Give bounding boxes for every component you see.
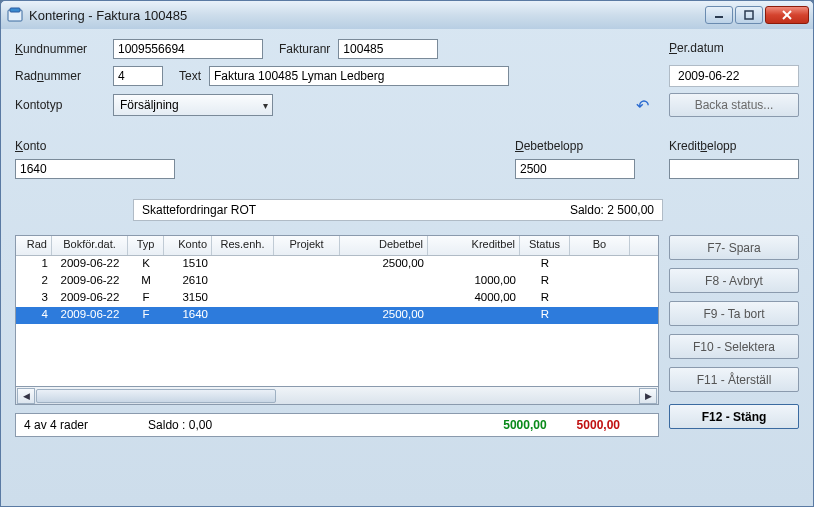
footer-sum-debet: 5000,00: [503, 418, 546, 432]
table-row[interactable]: 22009-06-22M26101000,00R: [16, 273, 658, 290]
cell: [340, 273, 428, 290]
label-kundnummer: Kundnummer: [15, 42, 105, 56]
svg-rect-1: [10, 8, 20, 12]
cell: 4000,00: [428, 290, 520, 307]
cell: 2009-06-22: [52, 307, 128, 324]
window-title: Kontering - Faktura 100485: [29, 8, 187, 23]
cell: F: [128, 307, 164, 324]
app-icon: [7, 7, 23, 23]
table-row[interactable]: 32009-06-22F31504000,00R: [16, 290, 658, 307]
cell: R: [520, 256, 570, 273]
label-konto: Konto: [15, 139, 175, 153]
cell: 3: [16, 290, 52, 307]
close-button[interactable]: [765, 6, 809, 24]
cell: M: [128, 273, 164, 290]
cell: [570, 290, 630, 307]
col-kreditbel[interactable]: Kreditbel: [428, 236, 520, 255]
col-resenh[interactable]: Res.enh.: [212, 236, 274, 255]
scroll-thumb[interactable]: [36, 389, 276, 403]
label-perdatum: Per.datum: [669, 41, 799, 55]
grid-footer: 4 av 4 rader Saldo : 0,00 5000,00 5000,0…: [15, 413, 659, 437]
cell: 2009-06-22: [52, 256, 128, 273]
radnummer-input[interactable]: [113, 66, 163, 86]
kontotyp-combo[interactable]: Försäljning: [113, 94, 273, 116]
cell: [212, 307, 274, 324]
cell: [212, 273, 274, 290]
cell: 2500,00: [340, 256, 428, 273]
cell: [428, 307, 520, 324]
konto-input[interactable]: [15, 159, 175, 179]
f11-aterstall-button[interactable]: F11 - Återställ: [669, 367, 799, 392]
footer-saldo: Saldo : 0,00: [148, 418, 212, 432]
konto-name: Skattefordringar ROT: [142, 203, 256, 217]
window: Kontering - Faktura 100485 Kundnummer Fa…: [0, 0, 814, 507]
cell: 1510: [164, 256, 212, 273]
svg-rect-3: [745, 11, 753, 19]
maximize-button[interactable]: [735, 6, 763, 24]
col-bo[interactable]: Bo: [570, 236, 630, 255]
cell: 2009-06-22: [52, 290, 128, 307]
cell: 2009-06-22: [52, 273, 128, 290]
cell: 1000,00: [428, 273, 520, 290]
table-row[interactable]: 12009-06-22K15102500,00R: [16, 256, 658, 273]
cell: [212, 290, 274, 307]
col-rad[interactable]: Rad: [16, 236, 52, 255]
col-projekt[interactable]: Projekt: [274, 236, 340, 255]
col-status[interactable]: Status: [520, 236, 570, 255]
cell: [274, 307, 340, 324]
label-text: Text: [179, 69, 201, 83]
debetbelopp-input[interactable]: [515, 159, 635, 179]
cell: [274, 290, 340, 307]
label-kreditbelopp: Kreditbelopp: [669, 139, 799, 153]
grid-hscrollbar[interactable]: ◀ ▶: [15, 387, 659, 405]
cell: [274, 273, 340, 290]
titlebar: Kontering - Faktura 100485: [1, 1, 813, 29]
cell: 1: [16, 256, 52, 273]
konto-saldo: Saldo: 2 500,00: [570, 203, 654, 217]
minimize-button[interactable]: [705, 6, 733, 24]
f7-spara-button[interactable]: F7- Spara: [669, 235, 799, 260]
cell: [570, 256, 630, 273]
cell: [570, 273, 630, 290]
cell: R: [520, 290, 570, 307]
f8-avbryt-button[interactable]: F8 - Avbryt: [669, 268, 799, 293]
f10-selektera-button[interactable]: F10 - Selektera: [669, 334, 799, 359]
cell: [428, 256, 520, 273]
cell: [340, 290, 428, 307]
footer-sum-kredit: 5000,00: [577, 418, 620, 432]
undo-icon[interactable]: ↶: [636, 96, 649, 115]
label-debetbelopp: Debetbelopp: [515, 139, 635, 153]
kreditbelopp-input[interactable]: [669, 159, 799, 179]
col-konto[interactable]: Konto: [164, 236, 212, 255]
kontotyp-value: Försäljning: [120, 98, 179, 112]
col-bokfordat[interactable]: Bokför.dat.: [52, 236, 128, 255]
footer-rowcount: 4 av 4 rader: [24, 418, 88, 432]
cell: 4: [16, 307, 52, 324]
grid-header: Rad Bokför.dat. Typ Konto Res.enh. Proje…: [16, 236, 658, 256]
scroll-right-icon[interactable]: ▶: [639, 388, 657, 404]
col-typ[interactable]: Typ: [128, 236, 164, 255]
cell: R: [520, 307, 570, 324]
cell: 3150: [164, 290, 212, 307]
label-fakturanr: Fakturanr: [279, 42, 330, 56]
label-kontotyp: Kontotyp: [15, 98, 105, 112]
f12-stang-button[interactable]: F12 - Stäng: [669, 404, 799, 429]
fakturanr-input[interactable]: [338, 39, 438, 59]
cell: 2: [16, 273, 52, 290]
backa-status-button[interactable]: Backa status...: [669, 93, 799, 117]
scroll-left-icon[interactable]: ◀: [17, 388, 35, 404]
text-input[interactable]: [209, 66, 509, 86]
cell: 2500,00: [340, 307, 428, 324]
posting-grid[interactable]: Rad Bokför.dat. Typ Konto Res.enh. Proje…: [15, 235, 659, 387]
label-radnummer: Radnummer: [15, 69, 105, 83]
cell: [212, 256, 274, 273]
f9-tabort-button[interactable]: F9 - Ta bort: [669, 301, 799, 326]
cell: [274, 256, 340, 273]
cell: R: [520, 273, 570, 290]
table-row[interactable]: 42009-06-22F16402500,00R: [16, 307, 658, 324]
kundnummer-input[interactable]: [113, 39, 263, 59]
cell: K: [128, 256, 164, 273]
col-debetbel[interactable]: Debetbel: [340, 236, 428, 255]
cell: 2610: [164, 273, 212, 290]
cell: 1640: [164, 307, 212, 324]
